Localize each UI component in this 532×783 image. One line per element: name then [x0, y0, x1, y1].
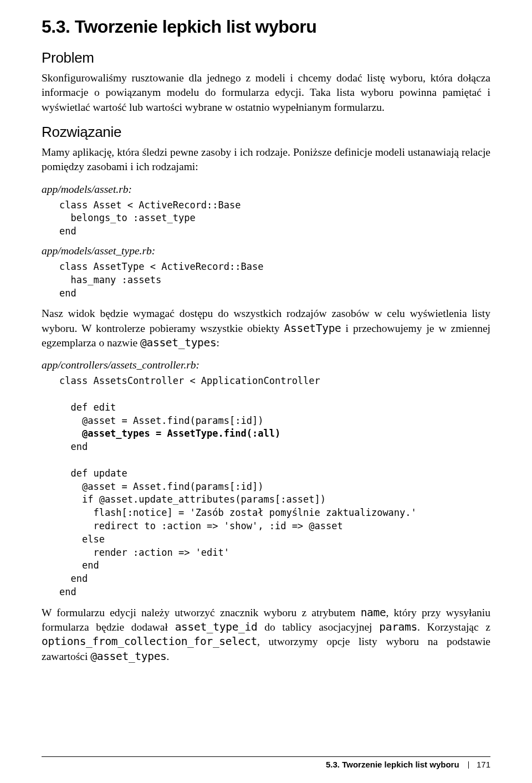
file3-code-a: class AssetsController < ApplicationCont… [59, 375, 320, 426]
section-title: 5.3. Tworzenie lepkich list wyboru [42, 17, 490, 37]
solution-intro: Mamy aplikację, która śledzi pewne zasob… [42, 145, 490, 175]
para3-c5: @asset_types [90, 650, 166, 663]
page-footer: 5.3. Tworzenie lepkich list wyboru 171 [42, 756, 490, 769]
solution-heading: Rozwiązanie [42, 124, 490, 141]
footer-divider [468, 761, 469, 769]
problem-heading: Problem [42, 49, 490, 66]
form-paragraph: W formularzu edycji należy utworzyć znac… [42, 606, 490, 664]
para3-c1: name [361, 606, 386, 619]
file1-path: app/models/asset.rb: [42, 183, 490, 196]
para3-c4: options_from_collection_for_select [42, 635, 257, 648]
file3-code-b: end def update @asset = Asset.find(param… [59, 441, 417, 597]
para3-c2: asset_type_id [175, 621, 258, 633]
file2-code: class AssetType < ActiveRecord::Base has… [59, 260, 490, 300]
page: 5.3. Tworzenie lepkich list wyboru Probl… [0, 0, 532, 783]
para2-code1: AssetType [284, 322, 341, 335]
file1-code: class Asset < ActiveRecord::Base belongs… [59, 199, 490, 238]
file3-path: app/controllers/assets_controller.rb: [42, 359, 490, 371]
para2-code2: @asset_types [140, 336, 216, 349]
file3-code-bold: @asset_types = AssetType.find(:all) [59, 428, 280, 439]
footer-page-number: 171 [477, 760, 490, 769]
file3-code: class AssetsController < ApplicationCont… [59, 375, 490, 599]
file2-path: app/models/asset_type.rb: [42, 245, 490, 257]
para3-s5: . [167, 651, 170, 662]
view-paragraph: Nasz widok będzie wymagać dostępu do wsz… [42, 306, 490, 350]
para3-pre: W formularzu edycji należy utworzyć znac… [42, 607, 361, 618]
para3-s2: do tablicy asocjacyjnej [257, 621, 379, 633]
footer-title: 5.3. Tworzenie lepkich list wyboru [326, 760, 459, 769]
problem-text: Skonfigurowaliśmy rusztowanie dla jedneg… [42, 71, 490, 115]
para3-s3: . Korzystając z [417, 621, 490, 633]
para2-post: : [216, 337, 219, 349]
para3-c3: params [379, 621, 417, 633]
